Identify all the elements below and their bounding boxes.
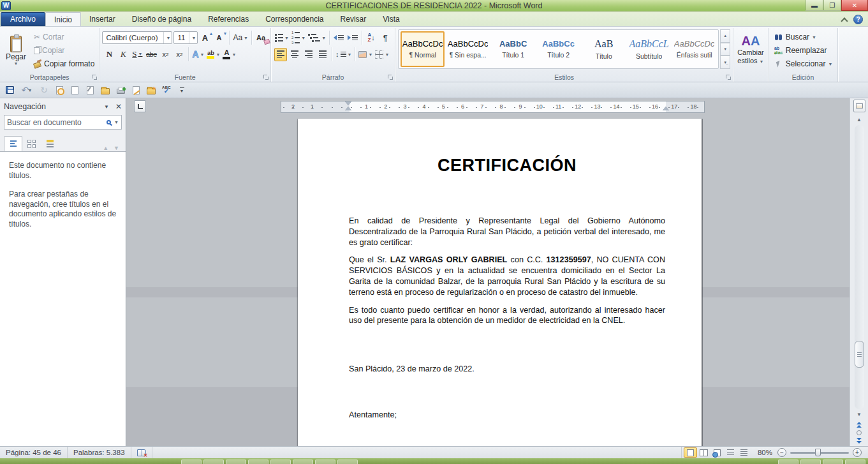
edit-button[interactable] [129,84,143,97]
navigation-search-box[interactable]: ▼ [4,115,122,130]
zoom-in-button[interactable]: + [853,448,862,457]
cut-button[interactable]: ✂ Cortar [32,31,96,43]
increase-indent-button[interactable] [346,31,359,45]
style-énfasis-sutil[interactable]: AaBbCcDcÉnfasis sutil [672,31,716,67]
nav-tab-pages[interactable] [22,136,41,151]
tab-vista[interactable]: Vista [374,12,408,26]
view-web-layout-button[interactable] [710,447,724,458]
align-center-button[interactable] [288,48,301,61]
document-body[interactable]: En calidad de Presidente y Representante… [349,216,665,326]
tab-diseño-de-página[interactable]: Diseño de página [124,12,200,26]
style--normal[interactable]: AaBbCcDc¶ Normal [401,31,445,67]
select-button[interactable]: Seleccionar▼ [771,58,835,70]
document-title[interactable]: CERTIFICACIÓN [349,156,665,176]
view-draft-button[interactable] [737,447,751,458]
format-painter-button[interactable]: Copiar formato [32,57,96,70]
styles-scroll-down[interactable]: ▼ [720,43,730,56]
scrollbar-track[interactable] [855,125,864,409]
font-color-button[interactable]: A▼ [222,48,237,61]
attach-button[interactable] [83,84,97,97]
page-indicator[interactable]: Página: 45 de 46 [0,447,68,458]
align-right-button[interactable] [302,48,315,61]
navigation-close-icon[interactable]: ✕ [115,102,122,111]
document-paragraph[interactable]: En calidad de Presidente y Representante… [349,216,665,248]
copy-button[interactable]: Copiar [32,44,96,57]
taskbar-item[interactable] [778,460,798,464]
document-paragraph[interactable]: Que el Sr. LAZ VARGAS ORLY GABRIEL con C… [349,255,665,297]
style-subtítulo[interactable]: AaBbCcLSubtítulo [627,31,671,67]
scroll-up-icon[interactable]: ▲ [854,115,865,124]
word-count[interactable]: Palabras: 5.383 [68,447,131,458]
clipboard-dialog-launcher[interactable] [91,74,98,80]
subscript-button[interactable]: x2 [159,48,172,61]
nav-tab-results[interactable] [41,136,59,151]
style-título-1[interactable]: AaBbCTítulo 1 [491,31,535,67]
grow-font-button[interactable]: A▲ [200,31,212,45]
next-page-icon[interactable] [857,438,862,444]
align-left-button[interactable] [274,48,287,61]
show-hide-marks-button[interactable]: ¶ [379,31,392,45]
view-print-layout-button[interactable] [684,447,697,458]
bullets-button[interactable]: ▼ [274,31,290,45]
find-button[interactable]: Buscar▼ [771,31,835,43]
quick-print-button[interactable] [114,84,128,97]
shading-button[interactable]: ▼ [358,48,373,61]
justify-button[interactable] [316,48,329,61]
new-document-button[interactable] [68,84,82,97]
text-effects-button[interactable]: A▼ [191,48,205,61]
taskbar-item[interactable] [293,460,313,464]
taskbar-item[interactable] [823,460,843,464]
proofing-status[interactable] [131,447,152,458]
change-styles-button[interactable]: AA Cambiarestilos ▼ [733,28,769,82]
borders-button[interactable]: ▼ [374,48,390,61]
collapse-ribbon-icon[interactable] [841,17,847,22]
underline-button[interactable]: S▼ [131,48,143,61]
minimize-button[interactable]: ▬ [805,0,823,11]
taskbar-item[interactable] [845,460,865,464]
clear-formatting-button[interactable]: Aa [254,31,267,45]
styles-scroll-up[interactable]: ▲ [720,29,730,43]
document-date-line[interactable]: San Plácido, 23 de marzo de 2022. [349,364,665,373]
nav-tab-headings[interactable] [4,136,22,151]
search-icon[interactable] [107,120,111,124]
sort-button[interactable]: AZ↓ [365,31,378,45]
navigation-menu-icon[interactable]: ▼ [104,104,109,110]
strikethrough-button[interactable]: abe [145,48,158,61]
scroll-down-icon[interactable]: ▼ [854,410,865,419]
paste-dropdown-icon[interactable]: ▼ [14,61,18,66]
font-size-combo[interactable]: 11▼ [173,31,198,44]
previous-page-icon[interactable] [857,422,862,428]
taskbar-item[interactable] [270,460,291,464]
horizontal-ruler[interactable]: 21123456789101112131415161718 [281,101,705,113]
close-button[interactable]: ✕ [841,0,868,11]
taskbar-item[interactable] [337,460,358,464]
paste-button[interactable]: Pegar ▼ [3,29,29,71]
view-outline-button[interactable] [724,447,737,458]
superscript-button[interactable]: x2 [173,48,186,61]
multilevel-list-button[interactable]: ▼ [307,31,327,45]
restore-button[interactable]: ❐ [823,0,841,11]
tab-insertar[interactable]: Insertar [81,12,124,26]
help-icon[interactable]: ? [853,15,863,24]
highlight-button[interactable]: ab▼ [206,48,221,61]
document-paragraph[interactable]: Es todo cuanto puedo certificar en honor… [349,305,665,327]
replace-button[interactable]: ab⇄ac Reemplazar [771,45,835,57]
favorites-folder-button[interactable] [144,84,158,97]
undo-button[interactable]: ↶▼ [18,84,36,97]
taskbar-item[interactable] [203,460,224,464]
save-button[interactable] [3,84,17,97]
open-button[interactable] [98,84,112,97]
tab-stop-selector[interactable] [134,100,146,112]
document-closing[interactable]: Atentamente; [349,410,665,419]
document-canvas[interactable]: CERTIFICACIÓN En calidad de Presidente y… [126,116,850,446]
font-name-combo[interactable]: Calibri (Cuerpo)▼ [102,31,172,44]
search-input[interactable] [7,118,107,127]
font-dialog-launcher[interactable] [263,74,269,80]
ruler-toggle-button[interactable] [853,100,865,112]
print-preview-button[interactable] [52,84,66,97]
next-heading-icon[interactable]: ▼ [114,145,119,151]
zoom-slider-thumb[interactable] [815,449,821,456]
first-line-indent-marker[interactable] [345,101,351,105]
zoom-out-button[interactable]: − [777,448,786,457]
taskbar-item[interactable] [226,460,246,464]
